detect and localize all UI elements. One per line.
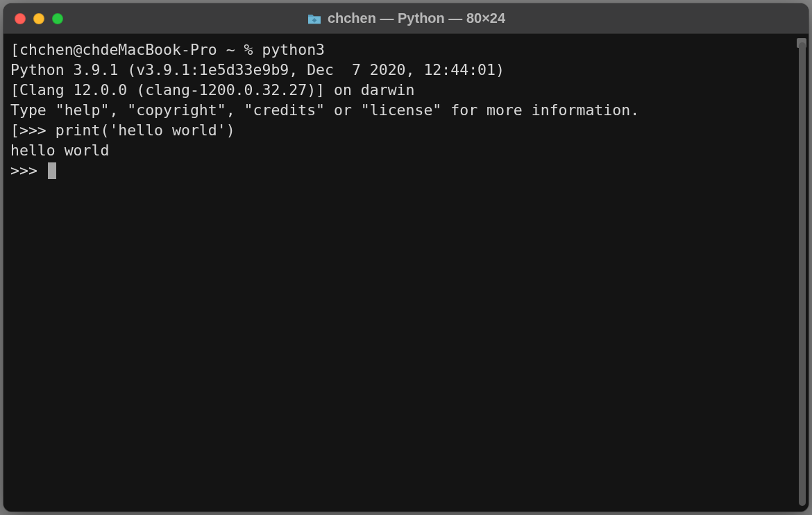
maximize-button[interactable] <box>52 13 63 24</box>
wrap-bracket-left: [ <box>10 41 19 58</box>
wrap-bracket-left: [ <box>10 121 19 139</box>
terminal-window: chchen — Python — 80×24 [chchen@chdeMacB… <box>3 3 809 512</box>
prompt-text: >>> <box>10 162 46 179</box>
titlebar[interactable]: chchen — Python — 80×24 <box>3 3 809 34</box>
minimize-button[interactable] <box>33 13 44 24</box>
terminal-line: [>>> print('hello world') <box>10 120 802 140</box>
close-button[interactable] <box>15 13 26 24</box>
terminal-line: [chchen@chdeMacBook-Pro ~ % python3 <box>10 40 802 60</box>
terminal-text: chchen@chdeMacBook-Pro ~ % python3 <box>19 41 325 58</box>
terminal-text: >>> print('hello world') <box>19 121 235 139</box>
traffic-lights <box>3 13 63 24</box>
terminal-line: Python 3.9.1 (v3.9.1:1e5d33e9b9, Dec 7 2… <box>10 60 802 80</box>
svg-point-0 <box>313 19 316 22</box>
tab-toggle-icon[interactable] <box>797 38 806 48</box>
terminal-prompt-line: >>> <box>10 160 802 180</box>
terminal-line: hello world <box>10 140 802 160</box>
terminal-line: [Clang 12.0.0 (clang-1200.0.32.27)] on d… <box>10 80 802 100</box>
cursor <box>48 162 56 179</box>
folder-icon <box>307 12 322 25</box>
terminal-body[interactable]: [chchen@chdeMacBook-Pro ~ % python3Pytho… <box>3 34 809 512</box>
terminal-line: Type "help", "copyright", "credits" or "… <box>10 100 802 120</box>
window-title: chchen — Python — 80×24 <box>328 10 505 26</box>
title-area: chchen — Python — 80×24 <box>3 10 809 26</box>
